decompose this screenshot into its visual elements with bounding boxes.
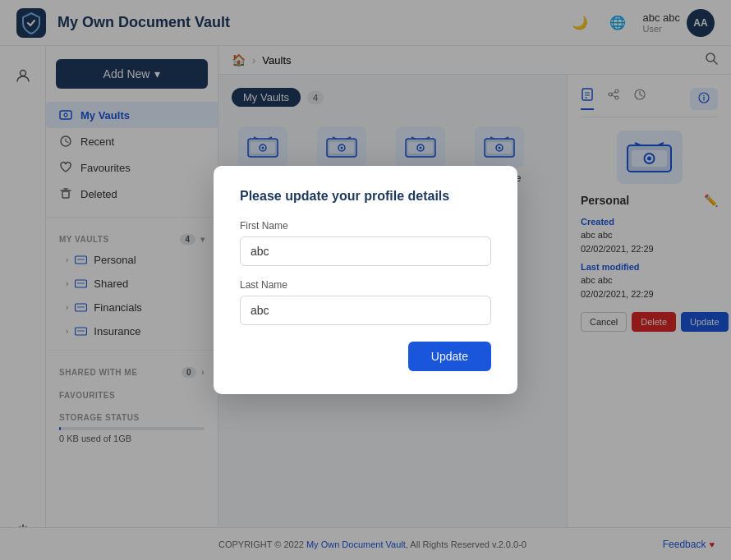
modal-footer: Update — [240, 342, 491, 371]
modal-update-button[interactable]: Update — [408, 342, 491, 371]
modal-overlay[interactable]: Please update your profile details First… — [0, 0, 731, 560]
first-name-label: First Name — [240, 220, 491, 232]
last-name-label: Last Name — [240, 279, 491, 291]
profile-update-modal: Please update your profile details First… — [214, 166, 517, 394]
first-name-group: First Name — [240, 220, 491, 266]
first-name-input[interactable] — [240, 236, 491, 266]
modal-title: Please update your profile details — [240, 189, 491, 204]
last-name-input[interactable] — [240, 296, 491, 325]
last-name-group: Last Name — [240, 279, 491, 325]
